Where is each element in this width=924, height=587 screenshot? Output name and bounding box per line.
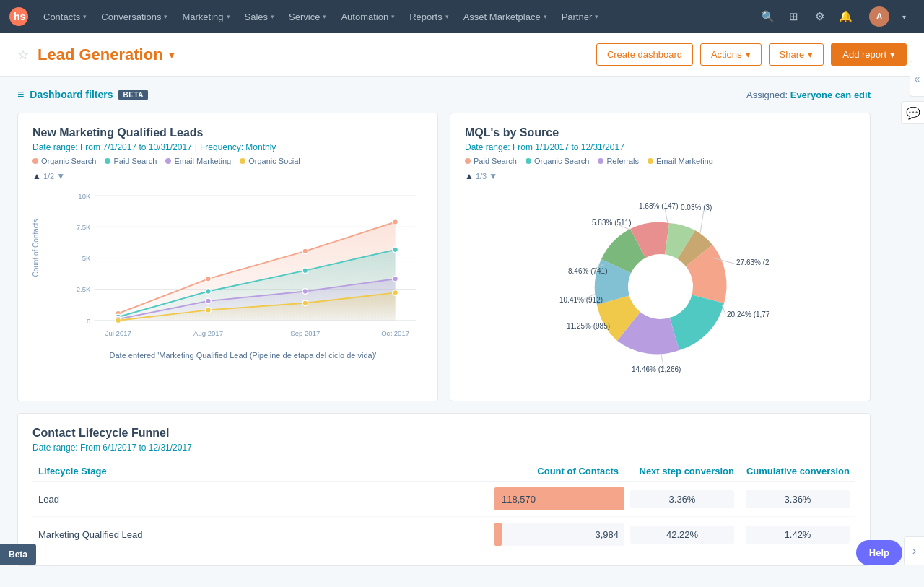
dashboard-title[interactable]: Lead Generation ▾ bbox=[38, 45, 174, 64]
legend-dot-paid-search bbox=[105, 158, 110, 164]
card1-chart: Count of Contacts 10K 7.5K 5K 2.5K 0 Jul… bbox=[32, 186, 423, 360]
svg-point-30 bbox=[393, 276, 398, 282]
card1-y-axis-label: Count of Contacts bbox=[32, 219, 40, 277]
card2-page-nav: ▲ 1/3 ▼ bbox=[465, 171, 855, 181]
funnel-bar-val-mql: 3,984 bbox=[595, 529, 619, 540]
card2-next-icon[interactable]: ▼ bbox=[489, 171, 497, 181]
svg-text:27.63% (2,420): 27.63% (2,420) bbox=[736, 258, 769, 266]
svg-point-24 bbox=[302, 268, 308, 274]
partner-chevron: ▾ bbox=[595, 13, 598, 20]
grid-icon[interactable]: ⊞ bbox=[782, 5, 805, 28]
legend-paid-search: Paid Search bbox=[105, 157, 157, 165]
asset-marketplace-chevron: ▾ bbox=[544, 13, 547, 20]
mql-source-pie-card: MQL's by Source Date range: From 1/1/201… bbox=[450, 113, 871, 401]
svg-text:10K: 10K bbox=[78, 192, 91, 200]
user-avatar[interactable]: A bbox=[869, 6, 889, 27]
top-navigation: hs Contacts ▾ Conversations ▾ Marketing … bbox=[0, 0, 924, 33]
card2-date: Date range: From 1/1/2017 to 12/31/2017 bbox=[465, 142, 855, 152]
svg-point-28 bbox=[206, 298, 212, 304]
svg-point-34 bbox=[302, 300, 308, 306]
funnel-label-mql: Marketing Qualified Lead bbox=[32, 529, 494, 540]
card2-title: MQL's by Source bbox=[465, 126, 855, 139]
dashboard-filters-label[interactable]: Dashboard filters bbox=[30, 89, 113, 100]
funnel-next-lead: 3.36% bbox=[630, 490, 734, 508]
funnel-date: Date range: From 6/1/2017 to 12/31/2017 bbox=[32, 443, 855, 453]
mql-line-chart-card: New Marketing Qualified Leads Date range… bbox=[17, 113, 438, 401]
svg-text:0: 0 bbox=[87, 317, 90, 325]
nav-automation[interactable]: Automation ▾ bbox=[334, 0, 402, 33]
svg-text:Jul 2017: Jul 2017 bbox=[105, 329, 131, 337]
funnel-bar-fill-mql bbox=[494, 523, 502, 546]
avatar-chevron-icon[interactable]: ▾ bbox=[892, 5, 915, 28]
actions-button[interactable]: Actions ▾ bbox=[700, 43, 762, 66]
nav-service[interactable]: Service ▾ bbox=[282, 0, 334, 33]
settings-icon[interactable]: ⚙ bbox=[808, 5, 831, 28]
sales-chevron: ▾ bbox=[271, 13, 274, 20]
line-chart-svg: 10K 7.5K 5K 2.5K 0 Jul 2017 Aug 2017 Sep… bbox=[63, 186, 423, 344]
svg-point-20 bbox=[393, 219, 398, 225]
collapse-sidebar-button[interactable]: « bbox=[910, 61, 924, 97]
header-actions: Create dashboard Actions ▾ Share ▾ Add r… bbox=[596, 43, 907, 66]
svg-point-18 bbox=[206, 276, 212, 282]
create-dashboard-button[interactable]: Create dashboard bbox=[596, 43, 693, 66]
pie-chart-container: 27.63% (2,420) 20.24% (1,773) 14.46% (1,… bbox=[465, 186, 855, 388]
col-cumulative: Cumulative conversion bbox=[740, 466, 855, 477]
funnel-bar-fill-lead: 118,570 bbox=[494, 487, 624, 510]
legend2-dot-organic bbox=[526, 158, 531, 164]
svg-point-35 bbox=[393, 290, 398, 296]
chat-bubble-icon[interactable]: 💬 bbox=[901, 101, 924, 124]
legend-organic-social: Organic Social bbox=[240, 157, 300, 165]
svg-text:Sep 2017: Sep 2017 bbox=[290, 329, 320, 337]
card2-prev-icon[interactable]: ▲ bbox=[465, 171, 474, 181]
actions-chevron-icon: ▾ bbox=[746, 49, 751, 60]
card1-title: New Marketing Qualified Leads bbox=[32, 126, 423, 139]
bell-icon[interactable]: 🔔 bbox=[834, 5, 857, 28]
funnel-column-headers: Lifecycle Stage Count of Contacts Next s… bbox=[32, 461, 855, 482]
svg-point-29 bbox=[302, 289, 308, 295]
funnel-header: Contact Lifecycle Funnel Date range: Fro… bbox=[32, 427, 855, 453]
card1-next-icon[interactable]: ▼ bbox=[56, 171, 65, 181]
assigned-value[interactable]: Everyone can edit bbox=[790, 90, 871, 100]
card1-prev-icon[interactable]: ▲ bbox=[32, 171, 41, 181]
legend-dot-organic-social bbox=[240, 158, 245, 164]
contacts-chevron: ▾ bbox=[83, 13, 87, 20]
beta-badge: BETA bbox=[118, 90, 147, 100]
beta-fab-button[interactable]: Beta bbox=[0, 544, 36, 565]
svg-text:14.46% (1,266): 14.46% (1,266) bbox=[632, 365, 681, 373]
legend2-referrals: Referrals bbox=[598, 157, 639, 165]
favorite-star-icon[interactable]: ☆ bbox=[17, 47, 29, 63]
legend-dot-email-marketing bbox=[165, 158, 171, 164]
nav-sales[interactable]: Sales ▾ bbox=[237, 0, 282, 33]
svg-text:10.41% (912): 10.41% (912) bbox=[559, 296, 603, 304]
legend-dot-organic-search bbox=[32, 158, 38, 164]
reports-chevron: ▾ bbox=[445, 13, 449, 20]
svg-text:hs: hs bbox=[14, 11, 26, 22]
svg-text:5.83% (511): 5.83% (511) bbox=[592, 219, 631, 227]
nav-asset-marketplace[interactable]: Asset Marketplace ▾ bbox=[456, 0, 554, 33]
share-button[interactable]: Share ▾ bbox=[769, 43, 824, 66]
funnel-label-lead: Lead bbox=[32, 494, 494, 505]
nav-right: 🔍 ⊞ ⚙ 🔔 A ▾ bbox=[756, 5, 915, 28]
nav-marketing[interactable]: Marketing ▾ bbox=[175, 0, 237, 33]
funnel-cumulative-lead: 3.36% bbox=[746, 490, 850, 508]
col-next: Next step conversion bbox=[624, 466, 740, 477]
nav-reports[interactable]: Reports ▾ bbox=[402, 0, 456, 33]
nav-contacts[interactable]: Contacts ▾ bbox=[36, 0, 94, 33]
svg-line-47 bbox=[722, 305, 725, 314]
help-fab-button[interactable]: Help bbox=[856, 540, 902, 565]
legend-email-marketing: Email Marketing bbox=[165, 157, 231, 165]
svg-point-32 bbox=[116, 318, 121, 323]
funnel-row-lead: Lead 118,570 3.36% 3.36% bbox=[32, 482, 855, 517]
add-report-button[interactable]: Add report ▾ bbox=[831, 43, 907, 66]
nav-partner[interactable]: Partner ▾ bbox=[554, 0, 606, 33]
search-icon[interactable]: 🔍 bbox=[756, 5, 779, 28]
next-page-button[interactable]: › bbox=[904, 536, 924, 565]
svg-text:20.24% (1,773): 20.24% (1,773) bbox=[727, 310, 769, 318]
funnel-bar-lead: 118,570 bbox=[494, 487, 624, 510]
card1-date: Date range: From 7/1/2017 to 10/31/2017 … bbox=[32, 142, 423, 152]
nav-divider bbox=[863, 8, 863, 25]
hubspot-logo[interactable]: hs bbox=[9, 6, 29, 27]
header-bar: ☆ Lead Generation ▾ Create dashboard Act… bbox=[0, 33, 924, 77]
nav-conversations[interactable]: Conversations ▾ bbox=[94, 0, 175, 33]
automation-chevron: ▾ bbox=[391, 13, 395, 20]
